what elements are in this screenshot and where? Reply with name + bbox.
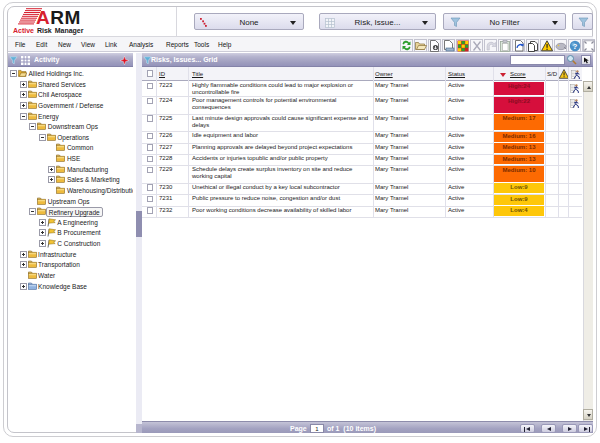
svg-text:?: ?	[573, 42, 578, 51]
